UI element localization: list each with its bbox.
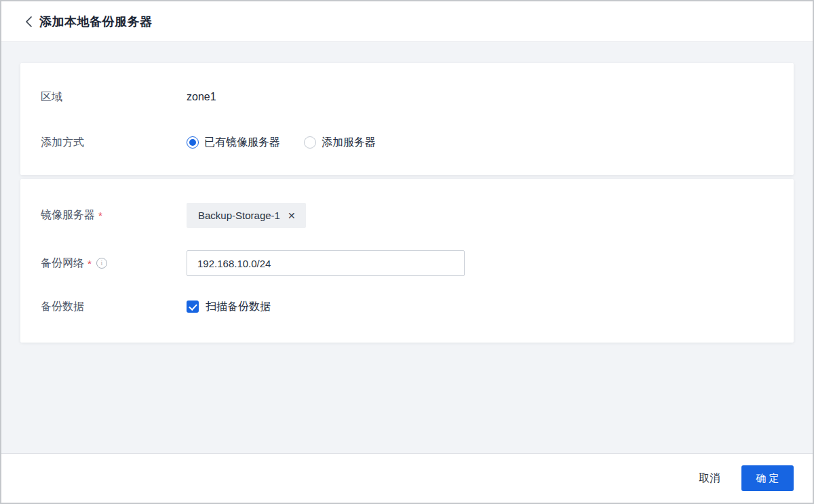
server-settings-card: 镜像服务器 * Backup-Storage-1 ✕ 备份网络 * i 备份数据 bbox=[20, 179, 794, 343]
image-server-row: 镜像服务器 * Backup-Storage-1 ✕ bbox=[41, 203, 773, 228]
zone-label: 区域 bbox=[41, 90, 187, 104]
backup-data-label: 备份数据 bbox=[41, 300, 187, 314]
radio-unselected-icon bbox=[304, 136, 316, 149]
required-asterisk: * bbox=[98, 210, 102, 221]
radio-selected-icon bbox=[187, 136, 199, 149]
backup-network-row: 备份网络 * i bbox=[41, 250, 773, 276]
page-header: 添加本地备份服务器 bbox=[1, 1, 813, 42]
chevron-left-icon bbox=[25, 16, 33, 28]
page-footer: 取消 确定 bbox=[1, 453, 813, 503]
form-content: 区域 zone1 添加方式 已有镜像服务器 添加服务器 bbox=[1, 42, 813, 453]
backup-network-input[interactable] bbox=[187, 250, 465, 276]
radio-add-server-label: 添加服务器 bbox=[322, 136, 376, 150]
zone-value: zone1 bbox=[187, 91, 216, 103]
confirm-button[interactable]: 确定 bbox=[741, 465, 794, 491]
backup-data-row: 备份数据 扫描备份数据 bbox=[41, 298, 773, 315]
image-server-tag-text: Backup-Storage-1 bbox=[198, 210, 280, 221]
basic-settings-card: 区域 zone1 添加方式 已有镜像服务器 添加服务器 bbox=[20, 63, 794, 175]
radio-existing-image-server-label: 已有镜像服务器 bbox=[204, 136, 280, 150]
page-title: 添加本地备份服务器 bbox=[39, 14, 153, 30]
scan-backup-data-checkbox-label: 扫描备份数据 bbox=[206, 300, 271, 314]
add-mode-radio-group: 已有镜像服务器 添加服务器 bbox=[187, 136, 376, 150]
backup-network-label: 备份网络 * i bbox=[41, 256, 187, 271]
info-icon[interactable]: i bbox=[96, 258, 107, 269]
checkbox-checked-icon bbox=[187, 301, 199, 313]
radio-add-server[interactable]: 添加服务器 bbox=[304, 136, 376, 150]
image-server-label-text: 镜像服务器 bbox=[41, 208, 95, 222]
image-server-tag: Backup-Storage-1 ✕ bbox=[187, 203, 306, 228]
tag-remove-icon[interactable]: ✕ bbox=[288, 211, 296, 220]
radio-existing-image-server[interactable]: 已有镜像服务器 bbox=[187, 136, 280, 150]
add-mode-label: 添加方式 bbox=[41, 136, 187, 150]
add-mode-row: 添加方式 已有镜像服务器 添加服务器 bbox=[41, 134, 773, 151]
add-local-backup-server-page: 添加本地备份服务器 区域 zone1 添加方式 已有镜像服务器 添加服务器 bbox=[0, 0, 814, 504]
zone-row: 区域 zone1 bbox=[41, 89, 773, 105]
back-button[interactable] bbox=[22, 14, 35, 30]
required-asterisk: * bbox=[88, 258, 92, 269]
scan-backup-data-checkbox[interactable]: 扫描备份数据 bbox=[187, 300, 271, 314]
image-server-label: 镜像服务器 * bbox=[41, 208, 187, 222]
cancel-button[interactable]: 取消 bbox=[699, 471, 720, 486]
backup-network-label-text: 备份网络 bbox=[41, 256, 84, 271]
